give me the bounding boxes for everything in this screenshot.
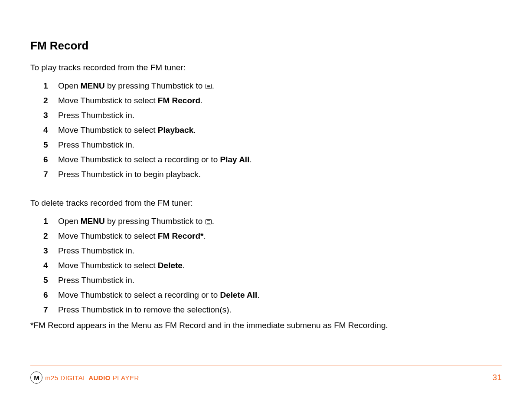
- step-text: Open MENU by pressing Thumbstick to .: [58, 217, 214, 226]
- steps-play: 1Open MENU by pressing Thumbstick to .2M…: [30, 81, 502, 179]
- step-text: Press Thumbstick in to remove the select…: [58, 305, 232, 315]
- intro-play: To play tracks recorded from the FM tune…: [30, 63, 502, 72]
- product-name: m25 DIGITAL AUDIO PLAYER: [45, 374, 139, 381]
- product-bold: AUDIO: [88, 374, 111, 381]
- step-number: 6: [43, 290, 58, 300]
- step-number: 5: [43, 276, 58, 285]
- step-item: 2Move Thumbstick to select FM Record.: [30, 96, 502, 105]
- step-bold: MENU: [81, 217, 105, 226]
- step-number: 2: [43, 96, 58, 105]
- step-item: 3Press Thumbstick in.: [30, 111, 502, 120]
- step-item: 5Press Thumbstick in.: [30, 140, 502, 150]
- step-number: 5: [43, 140, 58, 150]
- step-item: 1Open MENU by pressing Thumbstick to .: [30, 81, 502, 91]
- step-text: Press Thumbstick in.: [58, 246, 134, 256]
- step-text: Press Thumbstick in.: [58, 140, 134, 150]
- step-number: 6: [43, 155, 58, 164]
- menu-icon: [206, 84, 212, 89]
- step-item: 4Move Thumbstick to select Delete.: [30, 261, 502, 270]
- step-text: Press Thumbstick in.: [58, 111, 134, 120]
- step-number: 1: [43, 217, 58, 226]
- footnote: *FM Record appears in the Menu as FM Rec…: [30, 321, 502, 330]
- step-item: 7Press Thumbstick in to remove the selec…: [30, 305, 502, 315]
- menu-icon: [206, 219, 212, 224]
- step-number: 7: [43, 305, 58, 315]
- step-text: Press Thumbstick in to begin playback.: [58, 170, 201, 179]
- step-text: Move Thumbstick to select Delete.: [58, 261, 185, 270]
- step-text: Move Thumbstick to select Playback.: [58, 125, 196, 135]
- step-text: Move Thumbstick to select a recording or…: [58, 290, 260, 300]
- step-bold: Play All: [220, 155, 249, 164]
- step-number: 4: [43, 261, 58, 270]
- step-number: 7: [43, 170, 58, 179]
- product-suffix: PLAYER: [111, 374, 139, 381]
- step-item: 6Move Thumbstick to select a recording o…: [30, 155, 502, 164]
- step-text: Press Thumbstick in.: [58, 276, 134, 285]
- logo-letter: M: [34, 375, 39, 381]
- step-item: 2Move Thumbstick to select FM Record*.: [30, 231, 502, 241]
- steps-delete: 1Open MENU by pressing Thumbstick to .2M…: [30, 217, 502, 315]
- step-item: 3Press Thumbstick in.: [30, 246, 502, 256]
- section-title: FM Record: [30, 39, 502, 53]
- step-bold: FM Record: [158, 96, 200, 105]
- step-item: 4Move Thumbstick to select Playback.: [30, 125, 502, 135]
- step-number: 3: [43, 246, 58, 256]
- step-item: 1Open MENU by pressing Thumbstick to .: [30, 217, 502, 226]
- step-text: Open MENU by pressing Thumbstick to .: [58, 81, 214, 91]
- step-item: 5Press Thumbstick in.: [30, 276, 502, 285]
- step-number: 2: [43, 231, 58, 241]
- step-text: Move Thumbstick to select FM Record.: [58, 96, 202, 105]
- motorola-logo-icon: M: [30, 371, 42, 384]
- page-footer: M m25 DIGITAL AUDIO PLAYER 31: [30, 365, 502, 384]
- step-number: 3: [43, 111, 58, 120]
- footer-left: M m25 DIGITAL AUDIO PLAYER: [30, 371, 139, 384]
- step-bold: MENU: [81, 81, 105, 90]
- step-item: 6Move Thumbstick to select a recording o…: [30, 290, 502, 300]
- step-bold: FM Record*: [158, 231, 204, 240]
- step-text: Move Thumbstick to select FM Record*.: [58, 231, 206, 241]
- step-item: 7Press Thumbstick in to begin playback.: [30, 170, 502, 179]
- step-number: 1: [43, 81, 58, 91]
- step-bold: Delete All: [220, 290, 257, 299]
- step-text: Move Thumbstick to select a recording or…: [58, 155, 252, 164]
- intro-delete: To delete tracks recorded from the FM tu…: [30, 198, 502, 208]
- page-number: 31: [493, 373, 502, 382]
- step-number: 4: [43, 125, 58, 135]
- step-bold: Playback: [158, 125, 193, 135]
- step-bold: Delete: [158, 261, 183, 270]
- product-prefix: m25 DIGITAL: [45, 374, 88, 381]
